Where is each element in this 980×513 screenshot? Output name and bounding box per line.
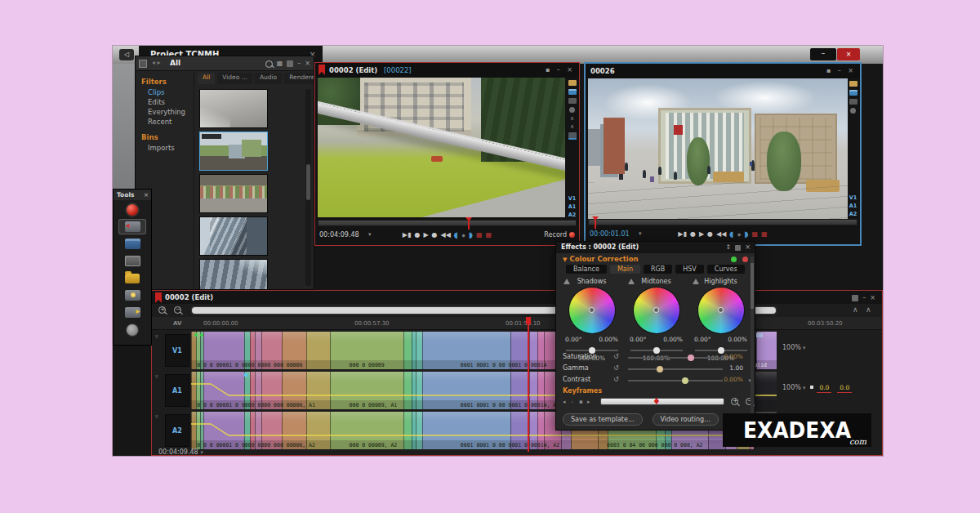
park-icon[interactable]: ◆ bbox=[737, 229, 742, 239]
screen-icon[interactable] bbox=[568, 98, 577, 104]
wheel-center-handle[interactable] bbox=[718, 307, 724, 313]
reset-icon[interactable]: ↺ bbox=[613, 376, 619, 383]
bin-tab-audio[interactable]: Audio bbox=[255, 73, 282, 84]
record-tool-button[interactable] bbox=[118, 202, 146, 217]
dot-icon[interactable] bbox=[569, 107, 575, 113]
app-icon[interactable]: ◁ bbox=[119, 49, 134, 60]
folder-icon[interactable] bbox=[849, 81, 858, 87]
step-back-icon[interactable]: ● bbox=[414, 230, 420, 240]
effects-button-1[interactable]: Video routing... bbox=[653, 413, 719, 426]
viewer-track-a2[interactable]: A2 bbox=[568, 212, 577, 218]
search-media-tool-button[interactable] bbox=[118, 288, 146, 303]
track-toggle-icon[interactable]: ▿ bbox=[155, 413, 158, 420]
record-indicator-icon[interactable] bbox=[569, 232, 575, 238]
import-tool-button[interactable] bbox=[118, 219, 146, 234]
effect-remove-dot[interactable] bbox=[742, 256, 748, 262]
param-slider-knob[interactable] bbox=[682, 377, 688, 384]
view-grid-icon[interactable] bbox=[139, 60, 147, 68]
video-frame[interactable] bbox=[588, 78, 848, 219]
effects-tab-main[interactable]: Main bbox=[610, 265, 640, 274]
zoom-out-icon[interactable] bbox=[174, 306, 181, 314]
color-wheel[interactable] bbox=[698, 288, 744, 333]
timeline-clip[interactable] bbox=[416, 332, 422, 369]
bin-tab-rendered[interactable]: Rendered bbox=[284, 73, 314, 84]
zoom-in-icon[interactable] bbox=[731, 398, 738, 405]
effects-button-0[interactable]: Save as template... bbox=[563, 413, 643, 426]
collapse-caret-icon[interactable]: ▼ bbox=[563, 256, 567, 263]
monitor-speaker-icon[interactable]: ∧ bbox=[853, 306, 858, 314]
timeline-playhead[interactable] bbox=[528, 317, 529, 452]
cut-here-icon[interactable]: ▶▮ bbox=[403, 230, 412, 240]
rewind-icon[interactable]: ◀◀ bbox=[716, 229, 726, 239]
param-slider[interactable] bbox=[628, 380, 723, 381]
remove-marks-icon[interactable]: ▦ bbox=[752, 229, 759, 239]
color-wheel[interactable] bbox=[569, 288, 615, 333]
clip-thumbnail[interactable] bbox=[199, 174, 268, 213]
clip-thumbnail-selected[interactable] bbox=[199, 132, 268, 171]
timecode-dropdown-icon[interactable]: ▾ bbox=[639, 230, 642, 237]
settings-icon[interactable] bbox=[735, 245, 741, 251]
caret-icon[interactable]: ∧ bbox=[570, 124, 574, 129]
param-slider-knob[interactable] bbox=[688, 355, 694, 361]
effect-section-row[interactable]: ▼Colour Correction bbox=[563, 255, 639, 263]
viewer-timecode[interactable]: 00:04:09.48 bbox=[319, 231, 359, 239]
clip-thumbnail[interactable] bbox=[199, 89, 268, 128]
close-panel-icon[interactable]: × bbox=[305, 60, 310, 68]
keyframe-track[interactable]: ♦ bbox=[600, 398, 724, 405]
bin-tab-all[interactable]: All bbox=[198, 73, 215, 84]
step-back-icon[interactable]: ● bbox=[690, 229, 696, 239]
dot-icon[interactable] bbox=[850, 108, 856, 114]
clip-thumbnail[interactable] bbox=[199, 259, 268, 290]
timeline-ruler[interactable]: AV 00:00:00.0000:00:57.3000:01:55.1000:0… bbox=[152, 317, 882, 330]
folder-icon[interactable] bbox=[568, 80, 577, 86]
step-forward-icon[interactable]: ● bbox=[707, 229, 713, 239]
keyframe-prev-icon[interactable]: ◂ bbox=[563, 399, 566, 405]
timeline-view-icon[interactable] bbox=[849, 90, 858, 96]
viewer-track-a2[interactable]: A2 bbox=[849, 212, 858, 217]
remove-marks-icon[interactable]: ▦ bbox=[476, 230, 483, 240]
minimize-panel-icon[interactable]: – bbox=[862, 294, 866, 302]
track-header-v1[interactable]: V1 bbox=[165, 334, 189, 367]
track-header-a2[interactable]: A2 bbox=[165, 414, 189, 447]
track-toggle-icon[interactable]: ▿ bbox=[155, 333, 158, 340]
bin-tab-video[interactable]: Video ... bbox=[217, 73, 252, 84]
zoom-in-icon[interactable] bbox=[158, 306, 166, 314]
reset-icon[interactable]: ↺ bbox=[613, 364, 619, 372]
expand-icon[interactable]: ↕ bbox=[726, 243, 732, 252]
swap-icon[interactable]: ▦ bbox=[486, 230, 492, 240]
effects-tab-hsv[interactable]: HSV bbox=[675, 265, 704, 274]
viewer-track-v1[interactable]: V1 bbox=[568, 196, 577, 202]
effects-tab-rgb[interactable]: RGB bbox=[644, 265, 672, 274]
sidebar-item-edits[interactable]: Edits bbox=[141, 97, 194, 107]
timeline-footer-timecode[interactable]: 00:04:09.48 ▾ bbox=[158, 448, 203, 456]
video-frame[interactable] bbox=[318, 78, 565, 217]
sidebar-item-everything[interactable]: Everything bbox=[141, 107, 194, 117]
viewer-track-v1[interactable]: V1 bbox=[849, 195, 858, 201]
close-panel-icon[interactable]: × bbox=[870, 294, 875, 302]
tile-view-icon[interactable]: ▦ bbox=[277, 60, 283, 68]
edit-tool-button[interactable] bbox=[118, 236, 146, 252]
timeline-clip[interactable] bbox=[306, 332, 330, 369]
effects-tab-balance[interactable]: Balance bbox=[566, 265, 607, 274]
close-panel-icon[interactable]: × bbox=[745, 243, 751, 252]
param-slider[interactable] bbox=[628, 368, 723, 370]
bookmark-icon[interactable] bbox=[155, 292, 162, 303]
keyframe-next-icon[interactable]: ▸ bbox=[587, 399, 590, 405]
screen-icon[interactable] bbox=[849, 99, 858, 105]
param-slider[interactable] bbox=[628, 357, 723, 359]
viewer-track-a1[interactable]: A1 bbox=[568, 204, 577, 210]
rewind-icon[interactable]: ◀◀ bbox=[441, 230, 451, 240]
viewer-header-icons[interactable]: ▪ – × bbox=[546, 66, 575, 74]
effects-scrollbar[interactable] bbox=[751, 256, 754, 420]
minimize-panel-icon[interactable]: – bbox=[297, 60, 301, 68]
keyframe-add-icon[interactable]: ▪ bbox=[579, 399, 583, 405]
play-icon[interactable]: ▶ bbox=[423, 230, 428, 240]
search-icon[interactable] bbox=[265, 60, 273, 68]
tools-close-icon[interactable]: × bbox=[144, 190, 149, 200]
cut-here-icon[interactable]: ▶▮ bbox=[678, 229, 687, 239]
timecode-dropdown-icon[interactable]: ▾ bbox=[368, 231, 372, 238]
wheel-center-handle[interactable] bbox=[589, 307, 595, 313]
mark-in-icon[interactable]: ◖ bbox=[729, 229, 733, 239]
audio-mixer-tool-button[interactable] bbox=[118, 322, 146, 337]
track-header-a1[interactable]: A1 bbox=[165, 374, 189, 407]
